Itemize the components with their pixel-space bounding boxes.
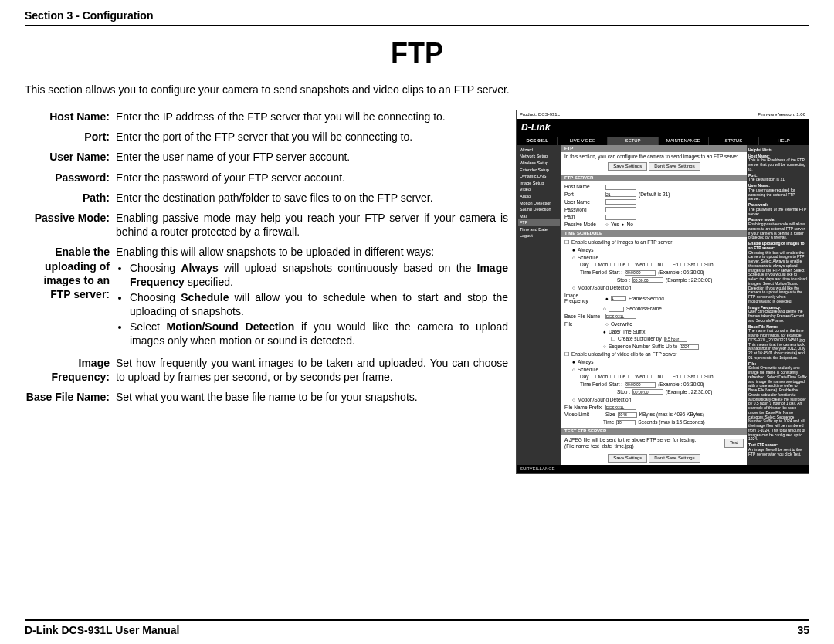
- side-ddns[interactable]: Dynamic DNS: [518, 173, 560, 180]
- day-mon[interactable]: Mon: [598, 262, 609, 268]
- day-tue[interactable]: Tue: [617, 262, 626, 268]
- lbl-vl: Video Limit: [564, 412, 603, 418]
- user-input[interactable]: [605, 199, 636, 205]
- if-fps-input[interactable]: [611, 296, 626, 301]
- opt-schedule-v[interactable]: Schedule: [578, 367, 598, 373]
- day-sat-v[interactable]: Sat: [687, 374, 695, 380]
- day-thu[interactable]: Thu: [654, 262, 663, 268]
- label-path: Path:: [25, 191, 116, 205]
- day-tue-v[interactable]: Tue: [617, 374, 626, 380]
- day-fri-v[interactable]: Fri: [673, 374, 679, 380]
- subfolder-input[interactable]: [664, 337, 687, 342]
- file-datetime[interactable]: Date/Time Suffix: [609, 329, 646, 335]
- day-mon-v[interactable]: Mon: [598, 374, 609, 380]
- day-wed-v[interactable]: Wed: [635, 374, 645, 380]
- side-ftp[interactable]: FTP: [518, 219, 560, 226]
- h-enable-d: Checking this box will enable the camera…: [748, 251, 807, 304]
- opt-motion-v[interactable]: Motion/Sound Detection: [578, 397, 631, 403]
- vl-time-input[interactable]: [616, 420, 636, 425]
- path-input[interactable]: [605, 215, 636, 220]
- file-subfolder[interactable]: Create subfolder by: [618, 336, 662, 342]
- file-overwrite[interactable]: Overwrite: [611, 321, 632, 327]
- seqnum-input[interactable]: [680, 344, 699, 350]
- side-mail[interactable]: Mail: [518, 213, 560, 220]
- pass-input[interactable]: [605, 207, 636, 212]
- tp-ex1-v: (Example : 06:30:00): [658, 381, 704, 388]
- tp-start-input[interactable]: [625, 270, 656, 276]
- day-thu-v[interactable]: Thu: [654, 374, 663, 380]
- dont-save-button-top[interactable]: Don't Save Settings: [649, 162, 700, 171]
- opt-always-v[interactable]: Always: [578, 359, 594, 365]
- host-input[interactable]: [605, 185, 636, 190]
- passive-yes[interactable]: Yes: [611, 222, 619, 228]
- side-extender[interactable]: Extender Setup: [518, 167, 560, 174]
- shot-footer: SURVEILLANCE: [517, 465, 809, 473]
- side-wizard[interactable]: Wizard: [518, 147, 560, 154]
- tp-start-input-v[interactable]: [625, 382, 656, 388]
- f-user-lbl: User Name: [564, 199, 603, 205]
- save-button-bottom[interactable]: Save Settings: [608, 454, 647, 463]
- config-screenshot: Product: DCS-931LFirmware Version: 1.00 …: [516, 110, 809, 474]
- desc-path: Enter the destination path/folder to sav…: [116, 191, 508, 205]
- save-button-top[interactable]: Save Settings: [608, 162, 647, 171]
- side-video[interactable]: Video: [518, 186, 560, 193]
- opt-always[interactable]: Always: [578, 247, 594, 253]
- vl-size-input[interactable]: [618, 412, 637, 418]
- day-wed[interactable]: Wed: [635, 262, 645, 268]
- tp-stop-input-v[interactable]: [632, 389, 663, 395]
- label-passive: Passive Mode:: [25, 211, 116, 239]
- h-host-d: This is the IP address of the FTP server…: [748, 158, 807, 171]
- label-port: Port:: [25, 130, 116, 144]
- side-motion[interactable]: Motion Detection: [518, 200, 560, 207]
- day-sun[interactable]: Sun: [704, 262, 714, 268]
- fnp-input[interactable]: [605, 405, 636, 410]
- bfn-input[interactable]: [605, 314, 636, 319]
- tab-live[interactable]: LIVE VIDEO: [557, 137, 607, 145]
- side-audio[interactable]: Audio: [518, 193, 560, 200]
- tab-setup[interactable]: SETUP: [607, 137, 657, 145]
- tp-ex1: (Example : 06:30:00): [658, 269, 704, 276]
- if-fps-lbl: Frames/Second: [629, 296, 664, 302]
- vl-time-hint: Seconds (max is 15 Seconds): [638, 419, 704, 425]
- tab-help[interactable]: HELP: [758, 137, 809, 145]
- port-input[interactable]: [605, 192, 636, 197]
- f-passive-lbl: Passive Mode: [564, 222, 603, 228]
- lbl-tp: Time Period: [580, 269, 607, 276]
- hints-title: Helpful Hints..: [748, 148, 807, 153]
- day-sat[interactable]: Sat: [687, 262, 695, 268]
- tp-stop-input[interactable]: [632, 277, 663, 283]
- h-file-d: Select Overwrite and only one image file…: [748, 366, 807, 442]
- label-basefile: Base File Name:: [25, 390, 116, 404]
- side-time[interactable]: Time and Date: [518, 226, 560, 233]
- side-image[interactable]: Image Setup: [518, 180, 560, 187]
- opt-schedule[interactable]: Schedule: [578, 255, 598, 261]
- shot-sidebar: Wizard Network Setup Wireless Setup Exte…: [517, 145, 561, 465]
- day-sun-v[interactable]: Sun: [704, 374, 714, 380]
- side-sound[interactable]: Sound Detection: [518, 206, 560, 213]
- tab-maint[interactable]: MAINTENANCE: [658, 137, 708, 145]
- tab-status[interactable]: STATUS: [708, 137, 758, 145]
- h-enable: Enable uploading of images to an FTP ser…: [748, 242, 807, 251]
- h-passive-d: Enabling passive mode will allow access …: [748, 222, 807, 240]
- f-host-lbl: Host Name: [564, 184, 603, 190]
- day-fri[interactable]: Fri: [673, 262, 679, 268]
- file-seqnum[interactable]: Sequence Number Suffix Up to: [609, 344, 678, 350]
- opt-motion[interactable]: Motion/Sound Detection: [578, 285, 631, 291]
- intro-text: This section allows you to configure you…: [25, 83, 809, 96]
- f-port-lbl: Port: [564, 192, 603, 198]
- label-enable: Enable the uploading of images to an FTP…: [25, 245, 116, 349]
- h-bfn-d: The name that contains the time stamp in…: [748, 329, 807, 360]
- side-network[interactable]: Network Setup: [518, 153, 560, 160]
- dont-save-button-bottom[interactable]: Don't Save Settings: [649, 454, 700, 463]
- side-wireless[interactable]: Wireless Setup: [518, 160, 560, 167]
- passive-no[interactable]: No: [626, 222, 632, 228]
- test-button[interactable]: Test: [724, 439, 744, 447]
- desc-enable-intro: Enabling this will allow snapshots to be…: [116, 246, 434, 258]
- chk-enable-vid[interactable]: Enable uploading of video clip to an FTP…: [571, 351, 676, 358]
- if-spf-input[interactable]: [609, 307, 624, 312]
- chk-enable-img[interactable]: Enable uploading of images to an FTP ser…: [571, 239, 672, 246]
- shot-model: DCS-931L: [517, 137, 557, 145]
- section-test-ftp: TEST FTP SERVER: [561, 428, 747, 435]
- side-logout[interactable]: Logout: [518, 232, 560, 239]
- h-user-d: The user name required for accessing the…: [748, 188, 807, 202]
